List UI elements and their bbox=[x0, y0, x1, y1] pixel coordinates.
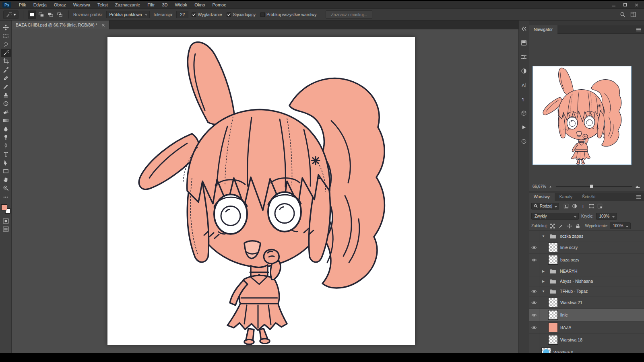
character-panel-icon[interactable]: A bbox=[520, 81, 528, 89]
layer-baza[interactable]: BAZA bbox=[529, 321, 644, 334]
layer-thumbnail[interactable] bbox=[548, 310, 558, 320]
group-oczka-zapas[interactable]: ▼oczka zapas bbox=[529, 231, 644, 241]
navigator-zoom-slider[interactable] bbox=[556, 186, 632, 187]
lock-pixels-icon[interactable] bbox=[558, 223, 564, 229]
current-tool-badge[interactable] bbox=[3, 10, 19, 19]
minimize-button[interactable] bbox=[609, 2, 619, 8]
maximize-button[interactable] bbox=[620, 2, 630, 8]
visibility-toggle[interactable] bbox=[529, 296, 539, 309]
dodge-tool[interactable] bbox=[1, 133, 11, 142]
magic-wand-tool[interactable] bbox=[1, 49, 11, 57]
menu-obraz[interactable]: Obraz bbox=[50, 2, 70, 7]
pixel-filter-icon[interactable] bbox=[563, 203, 569, 209]
path-selection-tool[interactable] bbox=[1, 158, 11, 167]
expand-arrow-icon[interactable]: ▶ bbox=[541, 269, 545, 273]
fill-select[interactable]: 100% bbox=[610, 222, 631, 229]
properties-panel-icon[interactable] bbox=[520, 53, 528, 61]
layer-baza-oczy[interactable]: baza oczy bbox=[529, 254, 644, 266]
layer-warstwa-0[interactable]: Warstwa 0 bbox=[529, 346, 644, 353]
checkbox-box[interactable] bbox=[260, 12, 265, 17]
3d-panel-icon[interactable] bbox=[520, 109, 528, 117]
zoom-tool[interactable] bbox=[1, 184, 11, 192]
eraser-tool[interactable] bbox=[1, 108, 11, 116]
expand-arrow-icon[interactable]: ▶ bbox=[541, 280, 545, 283]
layer-linie[interactable]: linie bbox=[529, 309, 644, 321]
menu-pomoc[interactable]: Pomoc bbox=[208, 2, 229, 7]
collapse-arrow-icon[interactable]: ▼ bbox=[541, 234, 545, 238]
checkbox-wygładzanie[interactable]: Wygładzanie bbox=[192, 12, 222, 17]
workspace-switcher-icon[interactable] bbox=[630, 12, 636, 17]
select-and-mask-button[interactable]: Zaznacz i maskuj... bbox=[326, 10, 372, 19]
document-canvas[interactable] bbox=[107, 37, 415, 345]
marquee-tool[interactable] bbox=[1, 32, 11, 40]
color-panel-icon[interactable] bbox=[520, 39, 528, 47]
layer-thumbnail[interactable] bbox=[548, 255, 558, 265]
checkbox-box[interactable] bbox=[227, 12, 231, 17]
document-tab[interactable]: BAZA CHIBI.psd @ 66,7% (linie, RGB/8#) * bbox=[12, 21, 109, 29]
healing-brush-tool[interactable] bbox=[1, 74, 11, 82]
opacity-select[interactable]: 100% bbox=[596, 213, 617, 220]
search-icon[interactable] bbox=[620, 12, 625, 17]
history-panel-icon[interactable] bbox=[520, 137, 528, 145]
lock-transparent-icon[interactable] bbox=[549, 223, 556, 229]
zoom-slider-handle[interactable] bbox=[590, 185, 593, 188]
adjustment-filter-icon[interactable] bbox=[571, 203, 578, 209]
visibility-toggle[interactable] bbox=[529, 254, 539, 266]
visibility-toggle[interactable] bbox=[529, 321, 539, 333]
layer-thumbnail[interactable] bbox=[548, 323, 558, 332]
zoom-out-icon[interactable] bbox=[549, 185, 553, 188]
brush-tool[interactable] bbox=[1, 82, 11, 91]
visibility-toggle[interactable] bbox=[529, 334, 539, 346]
visibility-toggle[interactable] bbox=[529, 241, 539, 253]
tab-navigator[interactable]: Nawigator bbox=[529, 25, 557, 34]
quick-mask-button[interactable] bbox=[1, 218, 11, 224]
menu-warstwa[interactable]: Warstwa bbox=[70, 2, 94, 7]
navigator-thumbnail[interactable] bbox=[533, 66, 632, 165]
subtract-from-selection-button[interactable] bbox=[46, 10, 55, 19]
menu-zaznaczanie[interactable]: Zaznaczanie bbox=[111, 2, 144, 7]
close-icon[interactable] bbox=[101, 23, 105, 27]
layer-filter-select[interactable]: Rodzaj bbox=[531, 203, 559, 210]
menu-okno[interactable]: Okno bbox=[191, 2, 208, 7]
group-tfhub-topaz[interactable]: ▼TFHub - Topaz bbox=[529, 286, 644, 296]
actions-panel-icon[interactable] bbox=[520, 123, 528, 131]
clone-stamp-tool[interactable] bbox=[1, 91, 11, 99]
blend-mode-select[interactable]: Zwykły bbox=[531, 213, 579, 220]
foreground-color-swatch[interactable] bbox=[1, 204, 7, 210]
tolerance-input[interactable] bbox=[176, 11, 188, 18]
checkbox-próbkuj-wszystkie-warstwy[interactable]: Próbkuj wszystkie warstwy bbox=[260, 12, 316, 17]
layers-panel-menu-icon[interactable] bbox=[636, 195, 641, 199]
layer-thumbnail[interactable] bbox=[548, 243, 558, 252]
lock-all-icon[interactable] bbox=[575, 223, 581, 229]
tab-kanały[interactable]: Kanały bbox=[555, 193, 577, 201]
type-filter-icon[interactable]: T bbox=[580, 203, 586, 209]
hand-tool[interactable] bbox=[1, 175, 11, 184]
layer-warstwa-18[interactable]: Warstwa 18 bbox=[529, 334, 644, 346]
sample-size-select[interactable]: Próbka punktowa bbox=[106, 11, 150, 18]
type-tool[interactable] bbox=[1, 150, 11, 158]
crop-tool[interactable] bbox=[1, 57, 11, 66]
pasteboard[interactable] bbox=[12, 29, 518, 353]
layer-thumbnail[interactable] bbox=[541, 348, 551, 353]
checkbox-box[interactable] bbox=[192, 12, 196, 17]
checkbox-sąsiadujący[interactable]: Sąsiadujący bbox=[227, 12, 256, 17]
adjustments-panel-icon[interactable] bbox=[520, 67, 528, 75]
edit-toolbar-button[interactable] bbox=[1, 194, 11, 200]
menu-edycja[interactable]: Edycja bbox=[30, 2, 50, 7]
close-button[interactable] bbox=[631, 2, 642, 8]
shape-filter-icon[interactable] bbox=[588, 203, 594, 209]
menu-widok[interactable]: Widok bbox=[171, 2, 191, 7]
layer-linie-oczy[interactable]: linie oczy bbox=[529, 241, 644, 254]
intersect-selection-button[interactable] bbox=[56, 10, 64, 19]
blur-tool[interactable] bbox=[1, 125, 11, 133]
group-nearyh[interactable]: ▶NEARYH bbox=[529, 266, 644, 276]
zoom-in-icon[interactable] bbox=[635, 185, 640, 188]
panel-menu-icon[interactable] bbox=[636, 28, 641, 31]
lock-position-icon[interactable] bbox=[566, 223, 573, 229]
group-abyss-nishaana[interactable]: ▶Abyss - Nishaana bbox=[529, 276, 644, 286]
foreground-background-swatches[interactable] bbox=[1, 204, 10, 214]
tab-warstwy[interactable]: Warstwy bbox=[529, 193, 555, 201]
gradient-tool[interactable] bbox=[1, 116, 11, 125]
paragraph-panel-icon[interactable]: ¶ bbox=[520, 95, 528, 103]
visibility-toggle[interactable] bbox=[529, 266, 539, 276]
